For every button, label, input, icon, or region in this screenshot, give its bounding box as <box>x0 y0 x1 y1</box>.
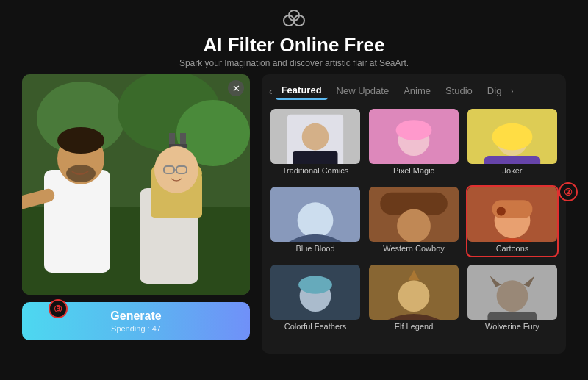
filter-item[interactable]: Traditional Comics <box>269 107 362 179</box>
filter-label: Cartoons <box>467 242 557 256</box>
tab-new-update[interactable]: New Update <box>331 82 395 99</box>
svg-rect-34 <box>484 156 540 164</box>
filter-label: Western Cowboy <box>369 242 459 256</box>
filter-item[interactable]: Colorful Feathers <box>269 263 362 335</box>
tab-studio[interactable]: Studio <box>440 82 478 99</box>
filter-thumbnail <box>369 265 459 320</box>
annotation-3: ③ <box>49 299 68 318</box>
filter-thumbnail <box>270 109 360 164</box>
svg-rect-52 <box>487 312 537 320</box>
tabs-next-arrow[interactable]: › <box>510 86 513 96</box>
filter-item[interactable]: Pixel Magic <box>368 107 460 179</box>
page-subtitle: Spark your Imagination and discover arti… <box>0 58 588 68</box>
tabs-prev-arrow[interactable]: ‹ <box>269 85 273 97</box>
filter-thumbnail <box>270 187 360 242</box>
logo-icon <box>0 10 588 31</box>
page-title: AI Filter Online Free <box>0 34 588 57</box>
filter-thumbnail <box>369 109 459 164</box>
main-layout: ① ✕ <box>0 74 588 354</box>
tab-featured[interactable]: Featured <box>276 82 328 100</box>
couple-photo <box>22 74 250 295</box>
svg-rect-13 <box>44 170 110 273</box>
svg-point-15 <box>57 127 104 154</box>
generate-label: Generate <box>110 309 161 323</box>
close-image-button[interactable]: ✕ <box>228 80 244 96</box>
filter-item[interactable]: Joker <box>466 107 559 179</box>
filter-thumbnail <box>467 265 557 320</box>
annotation-2: ② <box>559 182 578 201</box>
filter-thumbnail <box>467 187 557 242</box>
tab-dig[interactable]: Dig <box>481 82 508 99</box>
filter-label: Traditional Comics <box>270 164 360 178</box>
filter-label: Joker <box>467 164 557 178</box>
svg-rect-28 <box>293 151 338 164</box>
svg-point-35 <box>492 123 533 151</box>
upload-image-container[interactable]: ✕ <box>22 74 250 295</box>
svg-rect-31 <box>396 120 432 140</box>
left-panel: ① ✕ <box>22 74 250 354</box>
speed-label: Spending : 47 <box>111 324 161 333</box>
filter-thumbnail <box>467 109 557 164</box>
svg-point-27 <box>302 123 329 151</box>
filter-item[interactable]: Elf Legend <box>368 263 460 335</box>
svg-point-40 <box>397 209 431 243</box>
filter-thumbnail <box>369 187 459 242</box>
filter-label: Pixel Magic <box>369 164 459 178</box>
filter-label: Elf Legend <box>369 320 459 334</box>
page-header: AI Filter Online Free Spark your Imagina… <box>0 0 588 74</box>
filter-thumbnail <box>270 265 360 320</box>
right-panel: ‹ Featured New Update Anime Studio Dig ›… <box>262 74 566 354</box>
svg-point-44 <box>497 207 506 215</box>
filter-item[interactable]: Cartoons <box>466 185 559 257</box>
filter-label: Blue Blood <box>270 242 360 256</box>
svg-point-37 <box>298 202 334 238</box>
filter-label: Colorful Feathers <box>270 320 360 334</box>
filter-item[interactable]: Wolverine Fury <box>466 263 559 335</box>
filter-tabs: ‹ Featured New Update Anime Studio Dig › <box>269 82 559 100</box>
svg-point-47 <box>298 276 332 293</box>
svg-point-51 <box>497 280 528 312</box>
filter-item[interactable]: Blue Blood <box>269 185 362 257</box>
filter-label: Wolverine Fury <box>467 320 557 334</box>
svg-point-49 <box>398 280 430 312</box>
tab-anime[interactable]: Anime <box>398 82 437 99</box>
filter-grid: Traditional ComicsPixel MagicJokerBlue B… <box>269 107 559 335</box>
filter-item[interactable]: Western Cowboy <box>368 185 460 257</box>
